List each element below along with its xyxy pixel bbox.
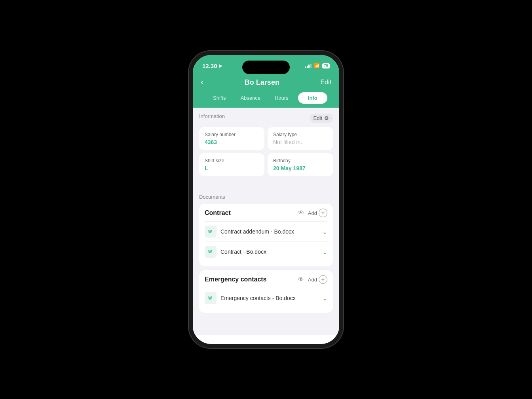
doc-filename: Emergency contacts - Bo.docx <box>220 295 296 301</box>
emergency-add-icon[interactable]: + <box>319 275 327 284</box>
contract-group-title: Contract <box>205 209 231 217</box>
contract-add-label: Add <box>308 210 317 216</box>
location-icon: ▶ <box>219 63 222 68</box>
header-edit-button[interactable]: Edit <box>320 79 331 86</box>
doc-item[interactable]: W Contract addendum - Bo.docx ⌄ <box>205 221 327 241</box>
phone-frame: 12.30 ▶ 📶 79 ‹ Bo Larsen Edit <box>189 51 343 348</box>
contract-add-icon[interactable]: + <box>319 209 327 217</box>
content-area: Information Edit ⚙ Salary number 4363 Sa… <box>193 108 339 335</box>
back-button[interactable]: ‹ <box>201 77 203 87</box>
gear-icon: ⚙ <box>324 115 329 121</box>
status-icons: 📶 79 <box>305 63 330 68</box>
birthday-card: Birthday 20 May 1987 <box>268 153 333 176</box>
doc-item[interactable]: W Emergency contacts - Bo.docx ⌄ <box>205 288 327 308</box>
information-edit-label: Edit <box>314 115 322 121</box>
shirt-size-card: Shirt size L <box>199 153 264 176</box>
information-section: Information Edit ⚙ Salary number 4363 Sa… <box>193 108 339 182</box>
emergency-view-icon[interactable]: 👁 <box>298 276 304 283</box>
svg-text:W: W <box>208 250 212 254</box>
section-divider <box>193 185 339 185</box>
tab-shifts[interactable]: Shifts <box>205 92 234 104</box>
word-doc-icon: W <box>205 246 217 258</box>
salary-type-card: Salary type Not filled in.. <box>268 127 333 150</box>
time-label: 12.30 <box>202 63 217 69</box>
emergency-contacts-actions: 👁 Add + <box>298 275 327 284</box>
svg-text:W: W <box>208 296 212 300</box>
salary-number-card: Salary number 4363 <box>199 127 264 150</box>
emergency-add-label: Add <box>308 277 317 283</box>
tab-info[interactable]: Info <box>298 92 328 104</box>
documents-label: Documents <box>199 194 333 200</box>
information-edit-button[interactable]: Edit ⚙ <box>310 114 333 123</box>
battery-indicator: 79 <box>322 63 330 68</box>
doc-filename: Contract - Bo.docx <box>220 249 266 255</box>
contract-actions: 👁 Add + <box>298 209 327 217</box>
birthday-value: 20 May 1987 <box>273 165 327 171</box>
app-header: ‹ Bo Larsen Edit Shifts Absence Hours In… <box>193 74 339 108</box>
shirt-size-value: L <box>205 165 259 171</box>
chevron-down-icon[interactable]: ⌄ <box>322 248 327 256</box>
chevron-down-icon[interactable]: ⌄ <box>322 228 327 236</box>
emergency-contacts-title: Emergency contacts <box>205 276 267 283</box>
salary-number-value: 4363 <box>205 139 259 145</box>
info-cards-grid: Salary number 4363 Salary type Not fille… <box>199 127 333 176</box>
signal-icon <box>305 64 312 68</box>
status-time: 12.30 ▶ <box>202 63 222 69</box>
chevron-down-icon[interactable]: ⌄ <box>322 294 327 302</box>
contract-group: Contract 👁 Add + <box>199 204 333 266</box>
emergency-add-button[interactable]: Add + <box>308 275 327 284</box>
tab-absence[interactable]: Absence <box>236 92 266 104</box>
contract-view-icon[interactable]: 👁 <box>298 209 304 217</box>
page-title: Bo Larsen <box>245 78 279 87</box>
salary-number-label: Salary number <box>205 132 259 137</box>
documents-section: Documents Contract 👁 Add + <box>193 188 339 319</box>
svg-text:W: W <box>208 230 212 234</box>
birthday-label: Birthday <box>273 158 327 163</box>
shirt-size-label: Shirt size <box>205 158 259 163</box>
salary-type-value: Not filled in.. <box>273 139 327 145</box>
tab-bar: Shifts Absence Hours Info <box>201 92 331 108</box>
doc-item[interactable]: W Contract - Bo.docx ⌄ <box>205 241 327 262</box>
information-label: Information <box>199 113 225 119</box>
word-doc-icon: W <box>205 226 217 238</box>
contract-add-button[interactable]: Add + <box>308 209 327 217</box>
wifi-icon: 📶 <box>314 63 320 68</box>
dynamic-island <box>242 61 290 74</box>
emergency-contacts-group: Emergency contacts 👁 Add + <box>199 270 333 313</box>
phone-screen: 12.30 ▶ 📶 79 ‹ Bo Larsen Edit <box>193 55 339 344</box>
word-doc-icon: W <box>205 292 217 304</box>
tab-hours[interactable]: Hours <box>267 92 296 104</box>
doc-filename: Contract addendum - Bo.docx <box>220 228 294 235</box>
salary-type-label: Salary type <box>273 132 327 137</box>
